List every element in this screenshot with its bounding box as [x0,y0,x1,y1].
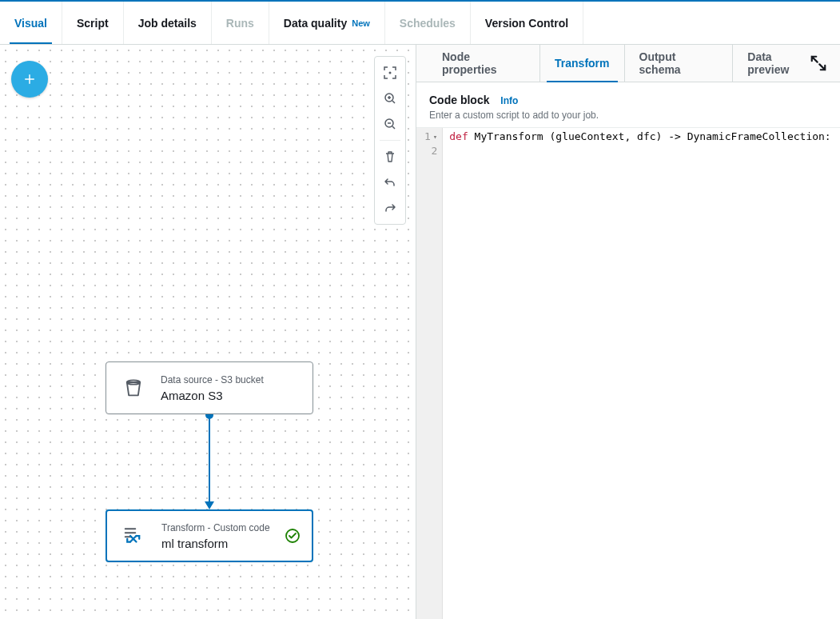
detail-panel: Node properties Transform Output schema … [416,45,840,619]
tab-data-quality[interactable]: Data quality New [269,2,385,44]
redo-icon [384,202,396,214]
tab-data-quality-label: Data quality [284,17,347,30]
tab-version-control[interactable]: Version Control [471,2,583,44]
dtab-transform[interactable]: Transform [540,45,624,82]
undo-icon [384,176,396,189]
tab-schedules: Schedules [385,2,471,44]
node-type-label: Data source - S3 bucket [161,374,301,385]
workspace: Data source - S3 bucket Amazon S3 Transf… [0,45,840,619]
zoom-out-icon [384,118,396,130]
edge-arrow-icon [205,501,214,509]
expand-panel-button[interactable] [810,54,827,72]
edge-line [209,415,210,507]
undo-button[interactable] [375,170,405,195]
add-node-button[interactable] [11,61,48,98]
tab-script[interactable]: Script [62,2,124,44]
line-number: 1 [424,130,431,144]
tab-visual[interactable]: Visual [0,2,62,44]
node-transform[interactable]: Transform - Custom code ml transform [105,509,313,562]
zoom-in-icon [384,92,396,105]
fit-view-button[interactable] [375,60,405,86]
plus-icon [22,72,37,86]
main-tab-bar: Visual Script Job details Runs Data qual… [0,0,840,45]
code-line [449,144,834,158]
node-type-label: Transform - Custom code [161,522,273,533]
node-title-label: Amazon S3 [161,389,301,402]
editor-gutter: 1 ▾ 2 [416,128,443,619]
code-block-subtext: Enter a custom script to add to your job… [429,110,827,121]
tab-job-details[interactable]: Job details [124,2,212,44]
zoom-in-button[interactable] [375,86,405,111]
code-line: def MyTransform (glueContext, dfc) -> Dy… [449,130,834,144]
visual-canvas[interactable]: Data source - S3 bucket Amazon S3 Transf… [0,45,416,619]
node-title-label: ml transform [161,537,273,550]
success-check-icon [285,528,301,544]
trash-icon [384,150,396,163]
tab-runs: Runs [212,2,269,44]
line-number: 2 [431,144,437,158]
new-badge: New [352,18,370,28]
fit-view-icon [384,66,396,79]
dtab-output-schema[interactable]: Output schema [625,45,734,82]
bucket-icon [117,372,149,404]
node-data-source[interactable]: Data source - S3 bucket Amazon S3 [105,361,313,414]
custom-code-icon [118,520,150,552]
info-link[interactable]: Info [500,95,518,106]
expand-icon [810,54,827,72]
delete-button[interactable] [375,144,405,170]
canvas-toolbar [374,56,406,225]
editor-body[interactable]: def MyTransform (glueContext, dfc) -> Dy… [443,128,840,619]
redo-button[interactable] [375,195,405,221]
svg-point-0 [389,72,392,74]
code-editor[interactable]: 1 ▾ 2 def MyTransform (glueContext, dfc)… [416,127,840,619]
zoom-out-button[interactable] [375,111,405,137]
fold-caret-icon[interactable]: ▾ [433,130,437,144]
detail-tab-bar: Node properties Transform Output schema … [416,45,840,82]
dtab-node-properties[interactable]: Node properties [428,45,540,82]
code-block-section: Code block Info Enter a custom script to… [416,82,840,127]
code-block-heading: Code block [429,94,489,106]
